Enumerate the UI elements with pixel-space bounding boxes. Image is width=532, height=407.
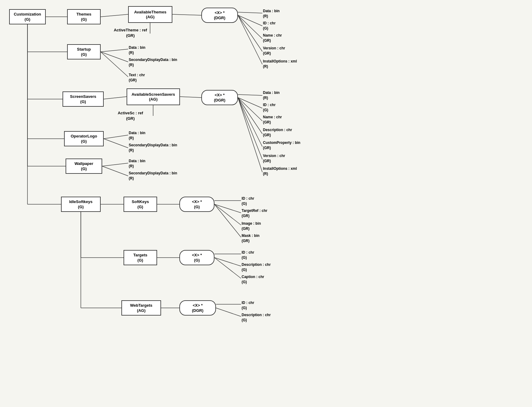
- available-screen-savers-sub: (AG): [149, 97, 157, 102]
- svg-line-25: [238, 95, 262, 95]
- svg-line-15: [238, 15, 262, 26]
- svg-line-19: [101, 49, 128, 52]
- ss-attr-install: InstallOptions : xml(R): [263, 166, 297, 177]
- svg-line-40: [214, 204, 241, 225]
- svg-line-32: [104, 135, 128, 139]
- targets-x-node: <X> * (G): [179, 250, 214, 265]
- targets-node: Targets (G): [124, 250, 157, 265]
- theme-x-node: <X> * (DGR): [201, 8, 238, 23]
- available-themes-node: AvailableThemes (AG): [128, 6, 172, 23]
- svg-line-39: [214, 204, 241, 213]
- svg-line-52: [216, 308, 241, 316]
- screen-savers-label: ScreenSavers: [70, 94, 96, 99]
- soft-keys-label: SoftKeys: [132, 199, 149, 205]
- active-theme-label: ActiveTheme : ref (GR): [108, 27, 153, 38]
- soft-keys-x-node: <X> * (G): [179, 197, 214, 212]
- targets-label: Targets: [133, 253, 147, 258]
- startup-sub: (G): [81, 52, 87, 57]
- tg-attr-desc: Description : chr(G): [242, 262, 271, 273]
- ss-attr-data: Data : bin(R): [263, 90, 280, 101]
- customization-sub: (G): [25, 17, 31, 22]
- svg-line-33: [104, 139, 128, 148]
- tg-attr-caption: Caption : chr(G): [242, 274, 264, 285]
- svg-line-26: [238, 98, 262, 108]
- svg-line-27: [238, 98, 262, 121]
- idle-softkeys-node: IdleSoftkeys (G): [61, 197, 101, 212]
- available-screen-savers-label: AvailableScreenSavers: [131, 92, 175, 97]
- startup-attr-data: Data : bin(R): [129, 45, 146, 55]
- wallpaper-node: Wallpaper (G): [66, 159, 102, 174]
- theme-attr-name: Name : chr(GR): [263, 33, 282, 43]
- svg-line-41: [214, 204, 241, 237]
- customization-node: Customization (G): [9, 9, 46, 24]
- customization-label: Customization: [14, 12, 41, 17]
- startup-attr-text: Text : chr(GR): [129, 73, 145, 83]
- ss-attr-desc: Description : chr(GR): [263, 127, 292, 138]
- themes-node: Themes (G): [67, 9, 101, 24]
- svg-line-22: [104, 97, 127, 99]
- sk-attr-mask: Mask : bin(GR): [242, 233, 260, 244]
- svg-line-14: [238, 12, 262, 13]
- tg-attr-id: ID : chr(G): [242, 250, 254, 260]
- screen-savers-node: ScreenSavers (G): [63, 91, 104, 107]
- svg-line-17: [238, 15, 262, 52]
- ss-attr-version: Version : chr(GR): [263, 153, 285, 164]
- svg-line-34: [102, 163, 128, 166]
- theme-attr-version: Version : chr(GR): [263, 46, 285, 56]
- web-targets-label: WebTargets: [130, 303, 152, 308]
- operator-logo-sub: (G): [81, 139, 87, 144]
- active-sc-label: ActiveSc : ref (GR): [108, 110, 153, 121]
- wp-attr-secondary: SecondaryDisplayData : bin(R): [129, 171, 177, 181]
- sk-attr-image: Image : bin(GR): [242, 221, 261, 231]
- startup-attr-secondary: SecondaryDisplayData : bin(R): [129, 57, 177, 68]
- themes-sub: (G): [81, 17, 87, 22]
- soft-keys-sub: (G): [138, 205, 143, 209]
- svg-line-28: [238, 98, 262, 134]
- svg-line-21: [101, 52, 128, 77]
- soft-keys-x-sub: (G): [194, 205, 200, 209]
- wt-attr-desc: Description : chr(G): [242, 312, 271, 323]
- web-targets-node: WebTargets (AG): [121, 300, 161, 316]
- theme-attr-data: Data : bin(R): [263, 9, 280, 19]
- svg-line-18: [238, 15, 262, 64]
- screen-saver-x-node: <X> * (DGR): [201, 90, 238, 105]
- soft-keys-node: SoftKeys (G): [124, 197, 157, 212]
- web-targets-x-label: <X> *: [193, 303, 203, 308]
- op-attr-data: Data : bin(R): [129, 130, 146, 141]
- svg-line-46: [214, 258, 241, 266]
- ss-attr-id: ID : chr(G): [263, 102, 275, 113]
- available-themes-sub: (AG): [146, 15, 154, 19]
- svg-line-31: [238, 98, 262, 172]
- targets-x-sub: (G): [194, 258, 200, 262]
- available-screen-savers-node: AvailableScreenSavers (AG): [127, 88, 180, 105]
- svg-line-20: [101, 52, 128, 62]
- startup-node: Startup (G): [67, 44, 101, 59]
- operator-logo-label: OperatorLogo: [71, 134, 97, 139]
- svg-line-35: [102, 166, 128, 176]
- theme-attr-install: InstallOptions : xml(R): [263, 59, 297, 69]
- svg-line-30: [238, 98, 262, 159]
- soft-keys-x-label: <X> *: [192, 199, 202, 205]
- svg-line-24: [180, 97, 201, 98]
- sk-attr-targetref: TargetRef : chr(GR): [242, 208, 267, 219]
- svg-line-11: [101, 14, 128, 17]
- screen-saver-x-sub: (DGR): [214, 98, 225, 102]
- screen-savers-sub: (G): [80, 99, 86, 104]
- ss-attr-name: Name : chr(GR): [263, 115, 282, 125]
- idle-softkeys-sub: (G): [78, 205, 84, 209]
- web-targets-sub: (AG): [137, 308, 146, 313]
- screen-saver-x-label: <X> *: [215, 93, 225, 98]
- targets-x-label: <X> *: [192, 253, 202, 258]
- svg-line-13: [172, 14, 201, 15]
- targets-sub: (G): [138, 258, 143, 262]
- idle-softkeys-label: IdleSoftkeys: [69, 199, 93, 205]
- themes-label: Themes: [76, 12, 91, 17]
- wallpaper-label: Wallpaper: [74, 161, 93, 166]
- web-targets-x-sub: (DGR): [192, 308, 203, 313]
- ss-attr-custom: CustomProperty : bin(GR): [263, 140, 300, 151]
- web-targets-x-node: <X> * (DGR): [179, 300, 216, 316]
- operator-logo-node: OperatorLogo (G): [64, 131, 104, 146]
- theme-attr-id: ID : chr(G): [263, 21, 275, 31]
- wp-attr-data: Data : bin(R): [129, 159, 146, 169]
- sk-attr-id: ID : chr(G): [242, 196, 254, 206]
